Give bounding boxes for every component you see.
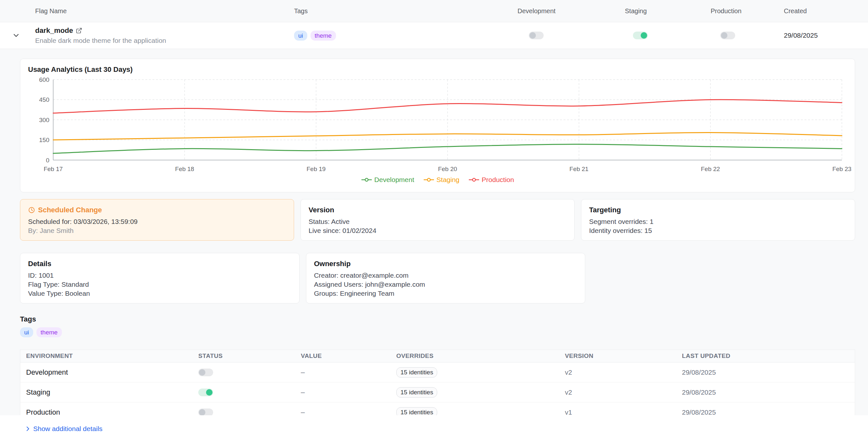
svg-text:150: 150	[39, 137, 49, 143]
col-header-flag-name: Flag Name	[32, 7, 288, 15]
environments-table: ENVIRONMENT STATUS VALUE OVERRIDES VERSI…	[20, 349, 855, 423]
flag-list-header: Flag Name Tags Development Staging Produ…	[0, 0, 868, 22]
targeting-card-title: Targeting	[589, 206, 847, 214]
version-status: Status: Active	[309, 217, 566, 226]
version-card-title: Version	[309, 206, 566, 214]
legend-label: Development	[374, 176, 414, 183]
svg-text:Feb 20: Feb 20	[438, 166, 457, 172]
show-additional-details-link[interactable]: Show additional details	[25, 425, 102, 433]
table-row-staging: Staging – 15 identities v2 29/08/2025	[20, 382, 855, 402]
ownership-creator: Creator: creator@example.com	[314, 271, 578, 280]
legend-item-production[interactable]: Production	[468, 176, 514, 183]
targeting-card: Targeting Segment overrides: 1 Identity …	[581, 199, 855, 241]
env-name: Development	[20, 368, 198, 377]
detail-id: ID: 1001	[28, 271, 291, 280]
feature-flag-detail-page: Flag Name Tags Development Staging Produ…	[0, 0, 868, 442]
legend-marker-icon	[468, 177, 479, 182]
svg-text:300: 300	[39, 116, 49, 124]
flag-description: Enable dark mode theme for the applicati…	[35, 37, 288, 44]
legend-label: Staging	[437, 176, 460, 183]
col-header-production: Production	[696, 7, 774, 15]
col-header-created: Created	[774, 7, 868, 15]
flag-tag-ui[interactable]: ui	[294, 31, 307, 41]
usage-analytics-card: Usage Analytics (Last 30 Days) 015030045…	[20, 59, 855, 192]
segment-overrides: Segment overrides: 1	[589, 217, 847, 226]
version-live-since: Live since: 01/02/2024	[309, 226, 566, 235]
tag-ui[interactable]: ui	[20, 327, 33, 337]
chart-title: Usage Analytics (Last 30 Days)	[28, 65, 847, 74]
info-cards-row-2: Details ID: 1001 Flag Type: Standard Val…	[20, 253, 855, 303]
env-last-updated: 29/08/2025	[682, 388, 855, 396]
detail-value-type: Value Type: Boolean	[28, 289, 291, 298]
identity-overrides: Identity overrides: 15	[589, 226, 847, 235]
svg-text:450: 450	[39, 96, 49, 103]
scheduled-change-card: Scheduled Change Scheduled for: 03/03/20…	[20, 199, 294, 241]
env-value: –	[301, 368, 396, 377]
details-card-title: Details	[28, 260, 291, 268]
env-version: v2	[565, 388, 682, 396]
ownership-card: Ownership Creator: creator@example.com A…	[306, 253, 586, 303]
production-toggle[interactable]	[720, 32, 735, 39]
clock-icon	[28, 206, 35, 213]
detail-flag-type: Flag Type: Standard	[28, 280, 291, 289]
col-header-staging: Staging	[613, 7, 696, 15]
flag-name[interactable]: dark_mode	[35, 26, 73, 35]
svg-text:Feb 22: Feb 22	[701, 166, 720, 172]
svg-text:Feb 19: Feb 19	[307, 166, 326, 172]
toggle-knob	[199, 409, 206, 416]
legend-item-development[interactable]: Development	[361, 176, 414, 183]
flag-tag-theme[interactable]: theme	[311, 31, 336, 41]
usage-chart: 0150300450600Feb 17Feb 18Feb 19Feb 20Feb…	[28, 76, 847, 175]
th-status: STATUS	[198, 352, 301, 360]
toggle-knob	[206, 389, 213, 396]
overrides-badge[interactable]: 15 identities	[396, 367, 437, 378]
expand-chevron-icon[interactable]	[12, 31, 20, 40]
svg-text:Feb 21: Feb 21	[569, 166, 588, 172]
toggle-knob	[641, 32, 647, 39]
development-row-toggle[interactable]	[198, 369, 213, 376]
col-header-tags: Tags	[288, 7, 509, 15]
svg-text:0: 0	[46, 157, 49, 164]
legend-marker-icon	[361, 177, 372, 182]
staging-toggle[interactable]	[633, 32, 648, 39]
ownership-card-title: Ownership	[314, 260, 578, 268]
ownership-assigned-users: Assigned Users: john@example.com	[314, 280, 578, 289]
legend-label: Production	[482, 176, 514, 183]
overrides-badge[interactable]: 15 identities	[396, 387, 437, 398]
th-version: VERSION	[565, 352, 682, 360]
environments-table-header: ENVIRONMENT STATUS VALUE OVERRIDES VERSI…	[20, 350, 855, 363]
th-overrides: OVERRIDES	[396, 352, 565, 360]
table-row-development: Development – 15 identities v2 29/08/202…	[20, 363, 855, 382]
toggle-knob	[721, 32, 727, 39]
scheduled-change-title: Scheduled Change	[38, 206, 102, 214]
external-link-icon[interactable]	[76, 27, 82, 34]
info-cards-row-1: Scheduled Change Scheduled for: 03/03/20…	[20, 199, 855, 241]
tags-section-title: Tags	[20, 315, 855, 324]
svg-text:Feb 18: Feb 18	[175, 166, 194, 172]
staging-row-toggle[interactable]	[198, 388, 213, 396]
svg-text:600: 600	[39, 76, 49, 83]
th-value: VALUE	[301, 352, 396, 360]
details-card: Details ID: 1001 Flag Type: Standard Val…	[20, 253, 300, 303]
env-last-updated: 29/08/2025	[682, 369, 855, 376]
tags-section: Tags ui theme	[20, 315, 855, 337]
col-header-development: Development	[509, 7, 613, 15]
spacer	[592, 253, 855, 303]
chevron-right-icon	[25, 426, 31, 432]
env-name: Staging	[20, 388, 198, 397]
toggle-knob	[199, 369, 206, 376]
scheduled-for-text: Scheduled for: 03/03/2026, 13:59:09	[28, 217, 286, 226]
th-last-updated: LAST UPDATED	[682, 352, 855, 360]
flag-row[interactable]: dark_mode Enable dark mode theme for the…	[0, 22, 868, 49]
ownership-groups: Groups: Engineering Team	[314, 289, 578, 298]
toggle-knob	[529, 32, 536, 39]
tag-theme[interactable]: theme	[36, 327, 62, 337]
legend-item-staging[interactable]: Staging	[423, 176, 460, 183]
flag-detail-panel: Usage Analytics (Last 30 Days) 015030045…	[0, 49, 868, 423]
development-toggle[interactable]	[529, 32, 544, 39]
legend-marker-icon	[423, 177, 434, 182]
env-version: v2	[565, 369, 682, 376]
svg-text:Feb 17: Feb 17	[43, 166, 63, 172]
show-additional-details-label: Show additional details	[33, 425, 102, 433]
env-value: –	[301, 388, 396, 397]
